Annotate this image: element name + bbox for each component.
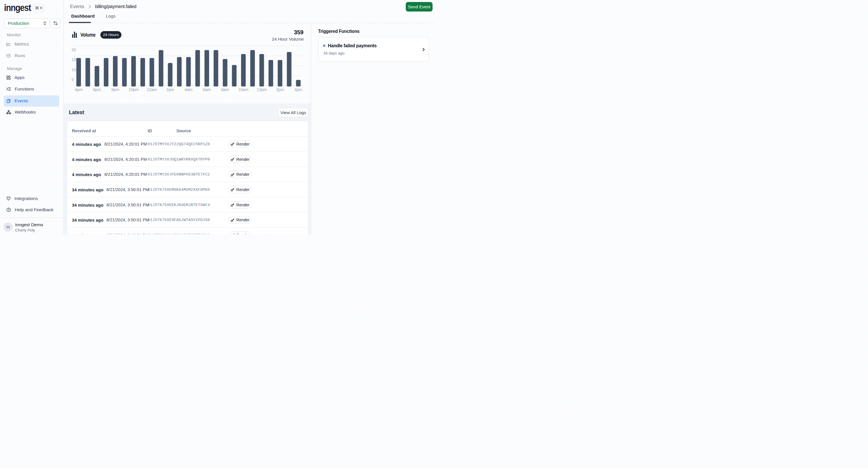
svg-text:15: 15 (71, 57, 76, 62)
svg-text:12pm: 12pm (257, 87, 267, 92)
svg-text:2pm: 2pm (276, 87, 284, 92)
svg-text:6am: 6am (203, 87, 211, 92)
svg-text:12am: 12am (147, 87, 157, 92)
svg-text:4am: 4am (185, 87, 192, 92)
svg-text:10: 10 (71, 67, 76, 72)
svg-text:5: 5 (71, 77, 74, 82)
svg-text:2am: 2am (166, 87, 174, 92)
svg-text:8pm: 8pm (111, 87, 119, 92)
svg-text:20: 20 (71, 47, 76, 52)
svg-text:6pm: 6pm (93, 87, 101, 92)
svg-text:10am: 10am (238, 87, 248, 92)
svg-text:8am: 8am (221, 87, 229, 92)
svg-text:4pm: 4pm (75, 87, 83, 92)
svg-text:10pm: 10pm (129, 87, 139, 92)
svg-text:4pm: 4pm (294, 87, 302, 92)
